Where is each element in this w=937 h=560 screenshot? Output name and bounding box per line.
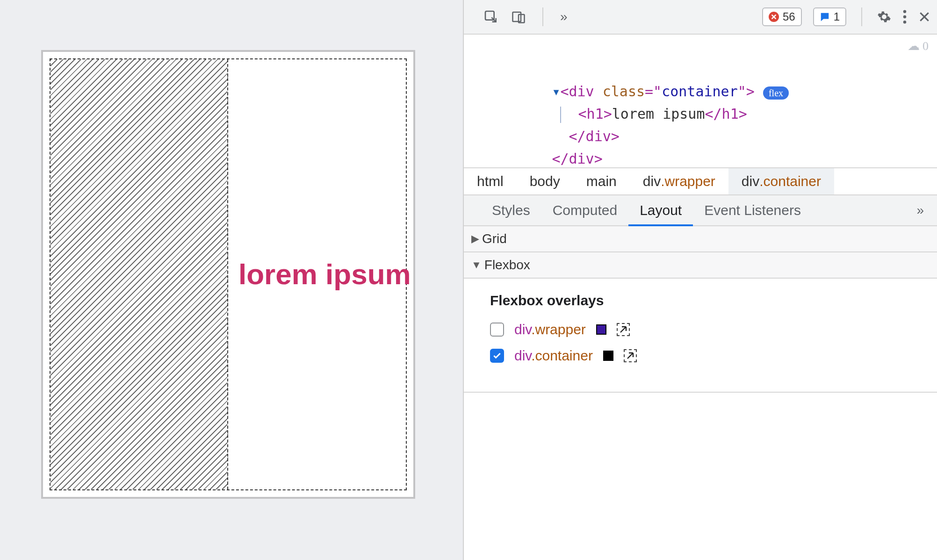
- section-flexbox-header[interactable]: ▼Flexbox: [464, 252, 937, 278]
- h1-text: lorem ipsum: [612, 106, 705, 122]
- kebab-icon[interactable]: [902, 10, 907, 24]
- errors-badge[interactable]: 56: [762, 7, 802, 26]
- triangle-down-icon: ▼: [471, 259, 482, 271]
- preview-heading: lorem ipsum: [228, 59, 406, 489]
- errors-count: 56: [783, 10, 795, 23]
- inspect-icon[interactable]: [483, 9, 498, 24]
- flexbox-overlays-area: Flexbox overlays div.wrapper div.contain…: [464, 279, 937, 393]
- gear-icon[interactable]: [877, 10, 891, 24]
- elements-dom-tree[interactable]: ☁ 0 ▾<div class="container"> flex <h1>lo…: [464, 35, 937, 167]
- tabs-overflow-icon[interactable]: »: [560, 9, 568, 24]
- tab-styles[interactable]: Styles: [481, 195, 541, 225]
- section-flexbox-label: Flexbox: [484, 258, 530, 273]
- overlay-wrapper-color-swatch[interactable]: [596, 324, 606, 335]
- messages-badge[interactable]: 1: [813, 7, 846, 26]
- cloud-badge: ☁ 0: [908, 36, 929, 56]
- h1-close-tag: </h1>: [705, 106, 747, 122]
- crumb-html[interactable]: html: [464, 168, 517, 194]
- devtools-toolbar: » 56 1: [464, 0, 937, 35]
- svg-point-6: [903, 21, 907, 24]
- close-icon[interactable]: [918, 11, 930, 23]
- overlay-row-container: div.container: [490, 348, 937, 364]
- svg-rect-1: [513, 12, 521, 22]
- reveal-in-elements-icon[interactable]: [624, 349, 637, 362]
- crumb-body[interactable]: body: [517, 168, 573, 194]
- overlay-container-selector[interactable]: div.container: [514, 348, 593, 364]
- overlay-wrapper-selector[interactable]: div.wrapper: [514, 322, 586, 337]
- crumb-div-container[interactable]: div.container: [728, 168, 834, 194]
- section-grid: ▶Grid: [464, 226, 937, 252]
- crumb-main[interactable]: main: [573, 168, 630, 194]
- h1-open-tag: <h1>: [578, 106, 612, 122]
- svg-point-4: [903, 10, 907, 14]
- flex-free-space-hatched: [50, 59, 228, 489]
- div-close-2: </div>: [552, 151, 602, 167]
- reveal-in-elements-icon[interactable]: [617, 323, 630, 336]
- crumb-div-wrapper[interactable]: div.wrapper: [630, 168, 728, 194]
- overlay-row-wrapper: div.wrapper: [490, 322, 937, 337]
- svg-point-5: [903, 15, 907, 19]
- overlay-wrapper-checkbox[interactable]: [490, 323, 504, 337]
- section-grid-header[interactable]: ▶Grid: [464, 226, 937, 251]
- tabs-more-icon[interactable]: »: [916, 203, 937, 218]
- devtools-panel: » 56 1 ☁ 0 ▾<div class="contain: [463, 0, 937, 560]
- section-flexbox: ▼Flexbox: [464, 252, 937, 279]
- flex-badge[interactable]: flex: [763, 86, 789, 100]
- overlay-container-checkbox[interactable]: [490, 349, 504, 363]
- flexbox-overlays-title: Flexbox overlays: [490, 293, 937, 309]
- tab-computed[interactable]: Computed: [541, 195, 628, 225]
- tab-layout[interactable]: Layout: [628, 195, 693, 225]
- overlay-container-color-swatch[interactable]: [603, 351, 613, 361]
- triangle-right-icon: ▶: [471, 233, 479, 245]
- breadcrumb: html body main div.wrapper div.container: [464, 167, 937, 195]
- flex-item-outline: lorem ipsum: [50, 58, 407, 490]
- section-grid-label: Grid: [482, 231, 507, 246]
- flex-container-outline: lorem ipsum: [41, 50, 415, 499]
- device-toggle-icon[interactable]: [512, 10, 526, 24]
- div-close-1: </div>: [569, 128, 620, 144]
- sidebar-tabs: Styles Computed Layout Event Listeners »: [464, 195, 937, 226]
- messages-count: 1: [834, 10, 840, 23]
- tab-event-listeners[interactable]: Event Listeners: [693, 195, 812, 225]
- page-preview: lorem ipsum: [0, 0, 463, 560]
